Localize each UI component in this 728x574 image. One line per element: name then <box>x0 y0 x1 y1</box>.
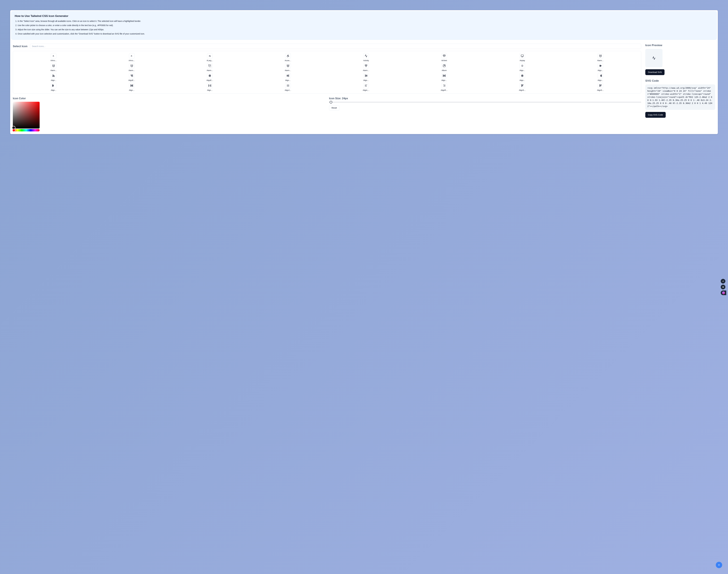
icon-cell: Acces… <box>250 53 327 62</box>
search-input[interactable] <box>30 44 641 49</box>
align-justify-icon[interactable] <box>285 83 291 88</box>
svg-rect-27 <box>367 75 367 76</box>
align-h-jc-icon[interactable] <box>520 73 525 78</box>
align-h-sb-icon[interactable] <box>207 83 213 88</box>
align-h-dc-icon[interactable] <box>207 73 213 78</box>
svg-rect-34 <box>523 75 523 76</box>
icon-label: AlignL… <box>362 89 370 91</box>
airplay-icon[interactable] <box>520 53 525 59</box>
icon-label: Alarm… <box>50 70 58 72</box>
icon-cell: Align… <box>328 73 405 81</box>
alarm-smoke-icon[interactable] <box>363 63 369 69</box>
icon-label: Activity <box>362 59 370 62</box>
icon-cell: Alarm… <box>171 63 248 72</box>
align-h-sa-icon[interactable] <box>129 83 135 88</box>
reset-button[interactable]: Reset <box>329 105 339 111</box>
instruction-step: Adjust the icon size using the slider. Y… <box>17 28 713 31</box>
align-h-ja-icon[interactable] <box>442 73 447 78</box>
align-center-h-icon[interactable] <box>520 63 525 69</box>
app-window: How to Use Tailwind CSS Icon Generator I… <box>10 10 718 134</box>
align-left-icon[interactable] <box>363 83 369 88</box>
icon-label: Acces… <box>284 59 292 62</box>
icon-cell: Align… <box>15 83 92 91</box>
svg-rect-30 <box>445 75 445 76</box>
hue-slider[interactable] <box>13 129 40 131</box>
side-toolbar: ⇄ ⌘ <box>721 279 726 295</box>
svg-rect-14 <box>53 75 53 76</box>
icon-cell: Align… <box>562 63 639 72</box>
icon-preview <box>645 49 662 67</box>
instruction-step: Once satisfied with your icon selection … <box>17 32 713 35</box>
instructions-list: In the "Select Icon" area, browse throug… <box>15 19 713 35</box>
align-h-je-icon[interactable] <box>598 73 603 78</box>
icon-cell: AlignS… <box>562 83 639 91</box>
icon-label: AlignE… <box>128 79 136 81</box>
activity-icon[interactable] <box>363 53 369 59</box>
color-saturation-picker[interactable] <box>13 102 40 128</box>
icon-label: Alarm… <box>128 70 136 72</box>
align-h-ds-icon[interactable] <box>363 73 369 78</box>
download-svg-button[interactable]: Download SVG <box>645 69 664 75</box>
align-start-v-icon[interactable] <box>598 83 603 88</box>
svg-marker-2 <box>522 56 523 57</box>
glyph-icon[interactable]: A↑ <box>129 53 135 59</box>
airvent-icon[interactable] <box>442 53 447 59</box>
icon-cell: Align… <box>406 73 483 81</box>
select-icon-title: Select Icon <box>13 45 27 48</box>
icon-cell: Alarm… <box>328 63 405 72</box>
align-end-v-icon[interactable] <box>129 73 135 78</box>
icon-cell: Album <box>406 63 483 72</box>
align-h-de-icon[interactable] <box>285 73 291 78</box>
icon-cell: AirVent <box>406 53 483 62</box>
svg-code-title: SVG Code <box>645 79 715 82</box>
icon-label: Album <box>440 70 448 72</box>
align-h-js-icon[interactable] <box>51 83 56 88</box>
svg-rect-33 <box>522 75 522 76</box>
size-slider[interactable] <box>329 102 641 102</box>
alarm-icon[interactable] <box>598 53 603 59</box>
glyph-icon[interactable]: A↓ <box>51 53 56 59</box>
icon-cell: Alarm… <box>562 53 639 62</box>
icon-color-title: Icon Color <box>13 97 325 100</box>
icon-label: Alarm… <box>206 70 214 72</box>
assistant-tool-icon[interactable] <box>721 290 726 295</box>
command-tool-icon[interactable]: ⌘ <box>721 285 725 289</box>
icon-cell: Activity <box>328 53 405 62</box>
icon-cell: Alarm… <box>93 63 170 72</box>
translate-tool-icon[interactable]: ⇄ <box>721 279 725 284</box>
align-end-h-icon[interactable] <box>51 73 56 78</box>
icon-label: Align… <box>284 79 292 81</box>
copy-svg-button[interactable]: Copy SVG Code <box>645 112 666 118</box>
svg-rect-18 <box>131 76 132 76</box>
icon-cell: AaALarg… <box>171 53 248 62</box>
icon-label: Align… <box>440 79 448 81</box>
hue-cursor[interactable] <box>12 129 15 132</box>
align-right-icon[interactable] <box>442 83 447 88</box>
icon-cell: Alarm… <box>250 63 327 72</box>
icon-label: AlignS… <box>597 89 604 91</box>
icon-label: Align… <box>519 70 526 72</box>
accessibility-icon[interactable] <box>285 53 291 59</box>
icon-cell: AlignE… <box>93 73 170 81</box>
size-slider-thumb[interactable] <box>330 101 332 104</box>
align-start-h-icon[interactable] <box>520 83 525 88</box>
svg-code-textarea[interactable]: <svg xmlns="http://www.w3.org/2000/svg" … <box>645 84 715 110</box>
icon-label: AlignJ… <box>284 89 292 91</box>
alarm-check-icon[interactable] <box>51 63 56 69</box>
activity-icon <box>652 56 656 60</box>
icon-label: AlignE… <box>206 79 214 81</box>
alarm-minus-icon[interactable] <box>129 63 135 69</box>
svg-rect-29 <box>444 75 444 76</box>
album-icon[interactable] <box>442 63 447 69</box>
glyph-icon[interactable]: Aa <box>207 53 213 59</box>
icon-cell: Align… <box>171 83 248 91</box>
svg-rect-60 <box>523 85 523 86</box>
add-fab-button[interactable]: + <box>716 562 722 568</box>
icon-label: Align… <box>50 79 58 81</box>
align-center-v-icon[interactable] <box>598 63 603 69</box>
icon-label: Airplay <box>519 59 526 62</box>
icon-cell: Align… <box>562 73 639 81</box>
icon-cell: Alarm… <box>15 63 92 72</box>
alarm-plus-icon[interactable] <box>285 63 291 69</box>
alarm-off-icon[interactable] <box>207 63 213 69</box>
